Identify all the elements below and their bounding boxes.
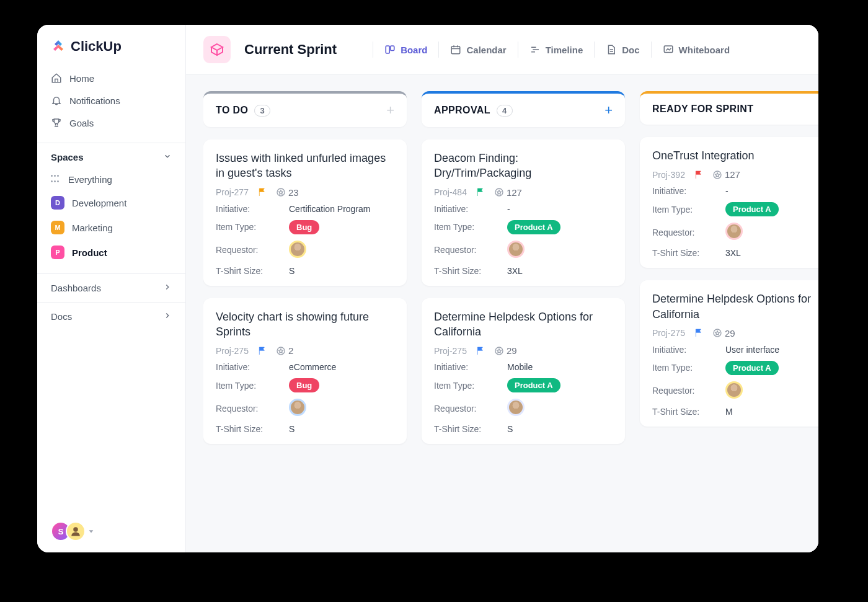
brand-name: ClickUp <box>71 38 122 55</box>
svg-rect-2 <box>386 46 389 53</box>
calendar-icon <box>450 44 461 55</box>
field-label: Initiative: <box>216 362 278 372</box>
field-label: Initiative: <box>652 345 714 355</box>
initiative-value: eCommerce <box>289 362 336 372</box>
space-item[interactable]: D Development <box>43 190 179 215</box>
card-title: Velocity chart is showing future Sprints <box>216 309 394 340</box>
bell-icon <box>51 95 62 106</box>
requestor-avatar <box>507 241 525 258</box>
star-icon <box>494 187 504 197</box>
task-card[interactable]: Issues with linked unfurled images in gu… <box>203 139 407 286</box>
column-header: READY FOR SPRINT <box>640 91 818 125</box>
svg-marker-25 <box>715 331 720 335</box>
field-label: Requestor: <box>652 228 714 237</box>
page-title: Current Sprint <box>244 42 337 58</box>
field-label: Requestor: <box>652 386 714 396</box>
task-card[interactable]: Deacom Finding: Dry/Trim/Packaging Proj-… <box>422 139 625 286</box>
task-card[interactable]: OneTrust Integration Proj-392 127 Initia… <box>640 137 818 268</box>
score: 2 <box>276 345 293 356</box>
add-card-button[interactable]: + <box>604 104 613 117</box>
count-badge: 3 <box>254 105 270 117</box>
field-label: Requestor: <box>434 245 496 255</box>
star-icon <box>712 170 722 180</box>
card-title: Determine Helpdesk Options for Californi… <box>434 309 613 340</box>
spaces-list: Everything D DevelopmentM MarketingP Pro… <box>37 166 185 273</box>
space-label: Marketing <box>72 223 113 233</box>
project-id: Proj-275 <box>652 328 685 338</box>
space-badge: M <box>51 221 64 234</box>
initiative-value: - <box>725 186 728 196</box>
count-badge: 4 <box>497 105 513 117</box>
section-dashboards[interactable]: Dashboards <box>37 273 185 302</box>
svg-marker-1 <box>89 530 94 533</box>
view-tabs: Board Calendar Timeline Doc Whiteboard <box>365 40 733 59</box>
item-type-tag: Bug <box>289 220 319 234</box>
task-card[interactable]: Determine Helpdesk Options for Californi… <box>640 280 818 427</box>
view-tab-doc[interactable]: Doc <box>602 40 643 59</box>
everything-item[interactable]: Everything <box>43 169 179 190</box>
initiative-value: Certification Program <box>289 204 371 214</box>
main: Current Sprint Board Calendar Timeline D… <box>186 25 818 552</box>
column-title: TO DO3 <box>216 105 270 117</box>
section-docs[interactable]: Docs <box>37 302 185 330</box>
requestor-avatar <box>289 241 306 258</box>
svg-point-0 <box>73 527 78 532</box>
card-title: Issues with linked unfurled images in gu… <box>216 151 394 181</box>
field-label: Requestor: <box>216 245 278 255</box>
chevron-right-icon <box>163 311 172 322</box>
field-label: Item Type: <box>652 363 714 373</box>
field-label: Item Type: <box>434 381 496 391</box>
view-tab-whiteboard[interactable]: Whiteboard <box>659 40 734 59</box>
trophy-icon <box>51 117 62 128</box>
item-type-tag: Product A <box>725 361 779 375</box>
requestor-avatar <box>507 399 525 416</box>
add-card-button[interactable]: + <box>386 104 394 117</box>
whiteboard-icon <box>663 44 674 55</box>
topbar: Current Sprint Board Calendar Timeline D… <box>186 25 818 75</box>
tshirt-value: S <box>289 424 294 434</box>
column: READY FOR SPRINT OneTrust Integration Pr… <box>640 91 818 552</box>
svg-marker-17 <box>279 348 283 353</box>
nav-item-bell[interactable]: Notifications <box>43 89 179 112</box>
box-icon <box>203 36 231 63</box>
requestor-avatar <box>725 223 743 240</box>
task-card[interactable]: Velocity chart is showing future Sprints… <box>203 298 407 445</box>
svg-rect-4 <box>452 46 461 54</box>
board-icon <box>384 44 396 55</box>
board: TO DO3+ Issues with linked unfurled imag… <box>186 75 818 552</box>
columns: TO DO3+ Issues with linked unfurled imag… <box>203 91 818 552</box>
nav-label: Home <box>69 73 94 84</box>
card-title: OneTrust Integration <box>652 148 818 163</box>
column-header: TO DO3+ <box>203 91 407 127</box>
view-tab-calendar[interactable]: Calendar <box>446 40 510 59</box>
project-id: Proj-392 <box>652 170 685 180</box>
space-badge: D <box>51 196 64 210</box>
divider <box>438 42 439 58</box>
column: APPROVAL4+ Deacom Finding: Dry/Trim/Pack… <box>422 91 625 552</box>
project-id: Proj-275 <box>216 346 249 356</box>
nav-item-trophy[interactable]: Goals <box>43 112 179 134</box>
field-label: T-Shirt Size: <box>216 424 278 434</box>
column-title: APPROVAL4 <box>434 105 513 117</box>
task-card[interactable]: Determine Helpdesk Options for Californi… <box>422 298 625 445</box>
view-label: Whiteboard <box>679 45 730 55</box>
user-avatar[interactable] <box>66 521 86 541</box>
nav-item-home[interactable]: Home <box>43 67 179 89</box>
spaces-heading[interactable]: Spaces <box>37 143 185 166</box>
sidebar-footer: S <box>37 510 185 552</box>
grid-icon <box>51 175 61 185</box>
view-tab-board[interactable]: Board <box>381 40 431 59</box>
primary-nav: Home Notifications Goals <box>37 64 185 143</box>
view-tab-timeline[interactable]: Timeline <box>526 40 587 59</box>
tshirt-value: 3XL <box>725 248 741 258</box>
svg-marker-19 <box>497 190 502 195</box>
app-frame: ClickUp Home Notifications Goals Spaces … <box>37 25 818 552</box>
space-item[interactable]: M Marketing <box>43 215 179 240</box>
flag-icon <box>694 328 704 338</box>
field-label: Item Type: <box>216 381 278 391</box>
divider <box>518 42 518 58</box>
everything-label: Everything <box>68 174 112 185</box>
section-label: Docs <box>51 311 72 322</box>
space-item[interactable]: P Product <box>43 240 179 265</box>
chevron-down-icon[interactable] <box>88 526 94 537</box>
